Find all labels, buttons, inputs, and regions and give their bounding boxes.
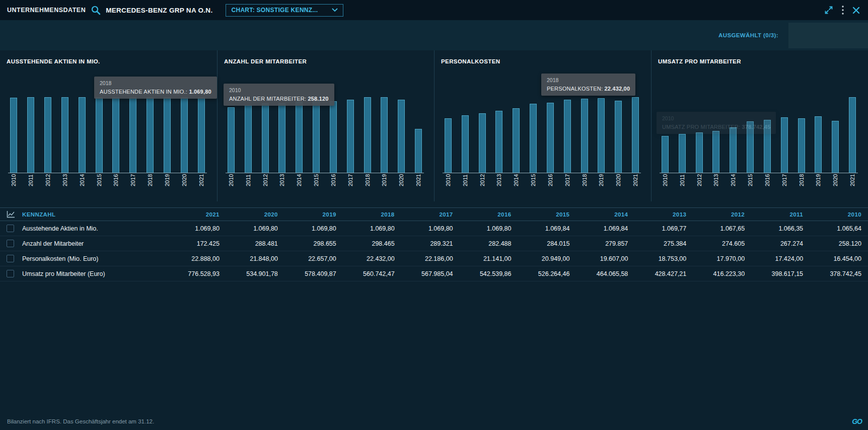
bar-2011[interactable]	[27, 97, 34, 173]
row-checkbox[interactable]	[7, 225, 14, 232]
metric-value: 1.069,80	[161, 225, 220, 232]
bar-2012[interactable]	[696, 132, 703, 173]
metrics-table: KENNZAHL 2021202020192018201720162015201…	[0, 207, 868, 281]
chart-title: UMSATZ PRO MITARBEITER	[658, 58, 741, 64]
bar-2016[interactable]	[547, 103, 554, 173]
selection-panel	[788, 23, 868, 48]
metric-value: 20.949,00	[511, 255, 569, 262]
tooltip-year: 2018	[547, 77, 630, 83]
bar-2013[interactable]	[495, 111, 502, 173]
bar-2013[interactable]	[278, 103, 285, 173]
bar-2021[interactable]	[415, 129, 422, 173]
provider-logo: GO	[852, 417, 862, 425]
table-row: Anzahl der Mitarbeiter172.425288.481298.…	[0, 236, 868, 251]
bar-2012[interactable]	[479, 113, 486, 173]
x-axis-label: 2015	[96, 174, 103, 198]
metric-value: 578.409,87	[278, 270, 336, 277]
x-axis-label: 2015	[747, 174, 754, 198]
bar-2019[interactable]	[598, 98, 605, 173]
bar-2016[interactable]	[112, 97, 119, 173]
bar-2015[interactable]	[530, 104, 537, 173]
fullscreen-icon[interactable]	[824, 6, 833, 15]
company-name: MERCEDES-BENZ GRP NA O.N.	[106, 7, 212, 14]
x-axis: 2010201120122013201420152016201720182019…	[660, 174, 858, 199]
x-axis-label: 2010	[445, 174, 452, 198]
x-axis-label: 2014	[296, 174, 303, 198]
x-axis: 2010201120122013201420152016201720182019…	[8, 174, 207, 199]
bar-2020[interactable]	[398, 100, 405, 173]
row-checkbox[interactable]	[7, 270, 14, 277]
bar-2020[interactable]	[832, 121, 839, 173]
x-axis-label: 2011	[245, 174, 252, 198]
x-axis-label: 2017	[564, 174, 571, 198]
bar-2020[interactable]	[181, 97, 188, 173]
bar-2021[interactable]	[849, 97, 856, 173]
bar-2010[interactable]	[662, 136, 669, 173]
app-title: UNTERNEHMENSDATEN	[7, 7, 86, 14]
bar-2011[interactable]	[679, 134, 686, 173]
x-axis-label: 2020	[832, 174, 839, 198]
metric-value: 534.901,78	[220, 270, 278, 277]
tooltip-text: PERSONALKOSTEN: 22.432,00	[547, 86, 630, 92]
bar-2020[interactable]	[615, 101, 622, 173]
x-axis-label: 2011	[27, 174, 34, 198]
kebab-menu-icon[interactable]	[841, 5, 844, 15]
bar-2010[interactable]	[228, 107, 235, 173]
table-row: Personalkosten (Mio. Euro)22.888,0021.84…	[0, 251, 868, 266]
year-column-header: 2017	[395, 211, 453, 218]
bar-2015[interactable]	[96, 97, 103, 173]
x-axis-label: 2021	[415, 174, 422, 198]
bar-2017[interactable]	[564, 100, 571, 173]
bar-2013[interactable]	[61, 97, 68, 173]
bar-2014[interactable]	[730, 127, 737, 173]
chart-type-dropdown-label: CHART: SONSTIGE KENNZ...	[231, 7, 318, 14]
table-body: Ausstehende Aktien in Mio.1.069,801.069,…	[0, 221, 868, 281]
table-row: Ausstehende Aktien in Mio.1.069,801.069,…	[0, 221, 868, 236]
metric-value: 298.465	[336, 240, 395, 247]
metric-value: 22.186,00	[395, 255, 453, 262]
bar-2016[interactable]	[330, 101, 337, 173]
close-icon[interactable]	[852, 7, 860, 14]
bar-2019[interactable]	[164, 97, 171, 173]
bar-2011[interactable]	[462, 115, 469, 173]
bar-2017[interactable]	[347, 100, 354, 173]
metric-value: 1.069,77	[628, 225, 686, 232]
bar-2011[interactable]	[245, 105, 252, 173]
bar-2014[interactable]	[513, 108, 520, 173]
bar-2018[interactable]	[147, 97, 154, 173]
bar-2018[interactable]	[581, 99, 588, 173]
bar-2012[interactable]	[44, 97, 51, 173]
bar-2019[interactable]	[815, 116, 822, 173]
bar-2017[interactable]	[129, 97, 136, 173]
year-column-header: 2018	[336, 211, 395, 218]
bar-2017[interactable]	[781, 117, 788, 173]
bar-2010[interactable]	[445, 118, 452, 173]
metric-value: 289.321	[395, 240, 453, 247]
tooltip-text: AUSSTEHENDE AKTIEN IN MIO.: 1.069,80	[100, 89, 211, 95]
chart-type-dropdown[interactable]: CHART: SONSTIGE KENNZ...	[226, 4, 343, 17]
metric-value: 22.432,00	[336, 255, 395, 262]
metric-value: 1.067,65	[686, 225, 745, 232]
bar-2014[interactable]	[79, 97, 86, 173]
metric-value: 19.607,00	[569, 255, 628, 262]
bar-2012[interactable]	[262, 103, 269, 173]
search-icon[interactable]	[91, 5, 101, 15]
x-axis-label: 2017	[781, 174, 788, 198]
bar-2010[interactable]	[10, 98, 17, 173]
bar-2021[interactable]	[198, 97, 205, 173]
year-column-header: 2015	[511, 211, 569, 218]
bar-2013[interactable]	[712, 131, 719, 173]
x-axis-label: 2018	[581, 174, 588, 198]
bar-2021[interactable]	[632, 97, 639, 173]
bar-2018[interactable]	[364, 97, 371, 173]
metric-value: 17.424,00	[745, 255, 803, 262]
metric-label: Anzahl der Mitarbeiter	[20, 240, 161, 247]
bar-2018[interactable]	[798, 118, 805, 173]
bar-2014[interactable]	[296, 102, 303, 173]
metric-value: 1.066,35	[745, 225, 803, 232]
bar-2015[interactable]	[313, 101, 320, 173]
bar-2019[interactable]	[381, 97, 388, 173]
row-checkbox[interactable]	[7, 255, 14, 262]
x-axis-label: 2016	[547, 174, 554, 198]
row-checkbox[interactable]	[7, 240, 14, 247]
